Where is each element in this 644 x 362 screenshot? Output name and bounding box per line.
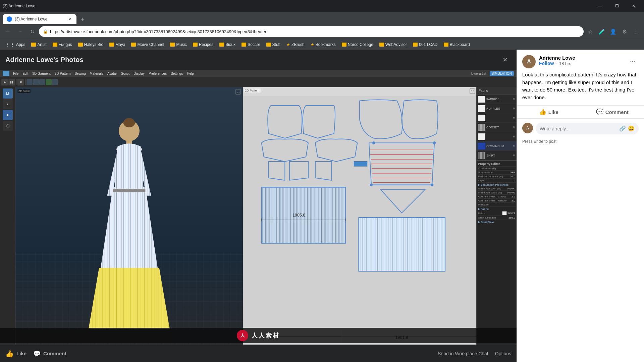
bookmark-soccer[interactable]: Soccer xyxy=(239,41,263,49)
bookmark-zbrush[interactable]: ★ ZBrush xyxy=(284,41,307,49)
bookmark-star-icon[interactable]: ☆ xyxy=(585,26,596,37)
fabric-item-3[interactable]: M xyxy=(477,113,517,123)
toolbar-btn-2[interactable]: ▮▮ xyxy=(8,79,15,85)
toolbar-move-btn[interactable] xyxy=(33,79,39,85)
photo-comment-label: Comment xyxy=(43,351,66,356)
close-photo-button[interactable]: × xyxy=(499,54,511,66)
toolbar-btn-3[interactable]: ✖ xyxy=(17,79,24,85)
active-tab[interactable]: (3) Adrienne Lowe ✕ xyxy=(3,14,76,24)
forward-button[interactable]: → xyxy=(15,26,25,37)
toolbar-mode-btn[interactable] xyxy=(26,79,33,85)
svg-point-30 xyxy=(433,141,435,144)
bookmark-artist[interactable]: Artist xyxy=(29,41,49,49)
viewport-controls: 3D View xyxy=(17,89,31,93)
toolbar-rotate-btn[interactable] xyxy=(39,79,45,85)
prop-row-cutpattern: Cut/Pattern (P) xyxy=(477,167,516,171)
extensions-icon[interactable]: ⚙ xyxy=(619,26,630,37)
menu-file[interactable]: File xyxy=(11,72,20,75)
comment-bubble-icon: 💬 xyxy=(596,108,603,116)
reply-input[interactable] xyxy=(540,126,616,131)
bookmark-recipes[interactable]: Recipes xyxy=(190,41,216,49)
menu-sewing[interactable]: Sewing xyxy=(73,72,88,75)
dress-svg xyxy=(66,115,192,335)
property-editor-title: Property Editor xyxy=(477,162,516,167)
menu-display[interactable]: Display xyxy=(132,72,146,75)
bookmark-music[interactable]: Music xyxy=(167,41,189,49)
bookmark-fungus[interactable]: Fungus xyxy=(50,41,75,49)
back-button[interactable]: ← xyxy=(3,26,13,37)
menu-2d-pattern[interactable]: 2D Pattern xyxy=(53,72,72,75)
svg-point-32 xyxy=(370,183,372,186)
emoji-icon[interactable]: 😀 xyxy=(628,125,635,132)
viewport-expand-btn[interactable]: ⛶ xyxy=(235,89,241,95)
reload-button[interactable]: ↻ xyxy=(27,26,38,37)
follow-button[interactable]: Follow xyxy=(539,61,554,66)
2d-viewport-label: 2D Pattern xyxy=(244,88,261,93)
left-panel-btn-3[interactable]: ■ xyxy=(3,110,13,120)
menu-preferences[interactable]: Preferences xyxy=(147,72,168,75)
menu-edit[interactable]: Edit xyxy=(21,72,30,75)
fabric-item-1[interactable]: FABRIC 1 M xyxy=(477,95,517,104)
bookmark-blackboard[interactable]: Blackboard xyxy=(441,41,473,49)
bookmark-sioux[interactable]: Sioux xyxy=(217,41,238,49)
bookmark-norco-college[interactable]: Norco College xyxy=(339,41,376,49)
fabric-swatch-2 xyxy=(478,105,485,112)
more-options-button[interactable]: ··· xyxy=(627,55,639,67)
menu-script[interactable]: Script xyxy=(119,72,131,75)
2d-viewport-expand-btn[interactable]: ⛶ xyxy=(470,88,475,94)
fabric-item-2[interactable]: RUFFLES M xyxy=(477,104,517,113)
account-icon[interactable]: 👤 xyxy=(608,26,619,37)
fabric-item-organsum[interactable]: ORGANSUM M xyxy=(477,141,517,151)
maximize-button[interactable]: ☐ xyxy=(609,0,625,12)
menu-3d-garment[interactable]: 3D Garment xyxy=(31,72,52,75)
menu-avatar[interactable]: Avatar xyxy=(106,72,119,75)
software-main-content: M ▲ ■ ◯ xyxy=(0,87,517,362)
menu-settings[interactable]: Settings xyxy=(169,72,184,75)
comment-action-button[interactable]: 💬 Comment xyxy=(581,106,644,118)
address-bar[interactable]: 🔒 https://artistawake.facebook.com/photo… xyxy=(39,26,584,37)
left-panel-btn-2[interactable]: ▲ xyxy=(3,99,13,109)
pattern-svg: 1905.8 xyxy=(243,87,476,362)
left-panel-btn-4[interactable]: ◯ xyxy=(3,121,13,131)
software-menubar: File Edit 3D Garment 2D Pattern Sewing M… xyxy=(0,70,517,77)
close-window-button[interactable]: ✕ xyxy=(626,0,641,12)
folder-icon xyxy=(31,43,36,47)
new-tab-button[interactable]: + xyxy=(78,15,87,24)
bookmark-stuff[interactable]: Stuff xyxy=(264,41,283,49)
fabric-swatch-3 xyxy=(478,115,485,121)
fabric-item-corset[interactable]: CORSET M xyxy=(477,123,517,132)
more-menu-icon[interactable]: ⋮ xyxy=(631,26,641,37)
reply-icons: 🔗 😀 xyxy=(619,125,635,132)
tab-favicon xyxy=(7,16,12,22)
bookmark-maya[interactable]: Maya xyxy=(107,41,128,49)
bookmark-apps[interactable]: ⋮⋮ Apps xyxy=(3,41,28,49)
menu-help[interactable]: Help xyxy=(185,72,196,75)
toolbar-divider-2 xyxy=(25,79,25,85)
photo-like-button[interactable]: 👍 Like xyxy=(5,350,26,358)
attachment-icon[interactable]: 🔗 xyxy=(619,125,626,132)
photo-options-button[interactable]: Options xyxy=(495,351,511,356)
menu-materials[interactable]: Materials xyxy=(88,72,105,75)
minimize-button[interactable]: — xyxy=(592,0,608,12)
fabric-item-skirt[interactable]: SKIRT M xyxy=(477,151,517,160)
fabric-panel: Fabric FABRIC 1 M RUFFLES M xyxy=(476,87,517,362)
photo-comment-button[interactable]: 💬 Comment xyxy=(33,350,66,357)
tab-close-button[interactable]: ✕ xyxy=(67,16,72,22)
toolbar-btn-1[interactable]: ▶ xyxy=(1,79,8,85)
bookmark-bookmarks[interactable]: ★ Bookmarks xyxy=(308,41,338,49)
like-action-button[interactable]: 👍 Like xyxy=(517,106,581,118)
press-enter-hint: Press Enter to post. xyxy=(517,138,644,144)
toolbar-select-btn[interactable] xyxy=(52,79,58,85)
left-panel-btn-1[interactable]: M xyxy=(3,88,13,99)
chrome-labs-icon[interactable]: 🧪 xyxy=(596,26,607,37)
bookmark-haleys-bio[interactable]: Haleys Bio xyxy=(75,41,106,49)
bookmark-moive-channel[interactable]: Moive Channel xyxy=(128,41,167,49)
bookmark-001-lcad[interactable]: 001 LCAD xyxy=(410,41,440,49)
nav-right-icons: ☆ 🧪 👤 ⚙ ⋮ xyxy=(585,26,641,37)
toolbar-scale-btn[interactable] xyxy=(46,79,52,85)
fabric-item-5[interactable]: M xyxy=(477,132,517,141)
send-workplace-button[interactable]: Send in Workplace Chat xyxy=(438,351,488,356)
bookmark-webadvisor[interactable]: WebAdvisor xyxy=(377,41,410,49)
pattern-2d-viewport: 1905.8 xyxy=(243,87,476,362)
reply-input-wrap[interactable]: 🔗 😀 xyxy=(536,123,639,134)
